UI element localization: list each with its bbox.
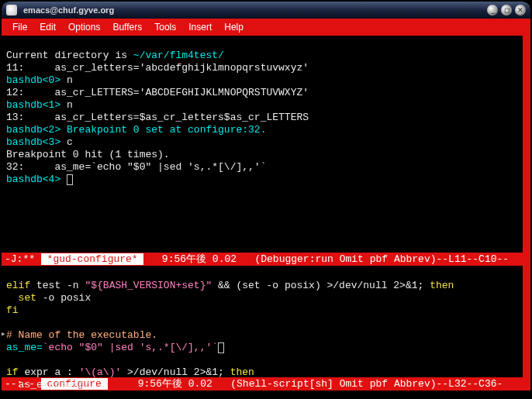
menu-file[interactable]: File <box>8 20 32 34</box>
comment: # Name of the executable. <box>6 329 157 341</box>
app-icon <box>6 5 17 15</box>
string: "${BASH_VERSION+set}" <box>85 280 212 291</box>
debugger-pane[interactable]: Current directory is ~/var/flm4test/ 11:… <box>2 36 530 253</box>
prompt: bashdb<0> <box>6 74 60 86</box>
titlebar: emacs@chuf.gyve.org ⎯ ◻ ✕ <box>2 2 530 19</box>
source-pane[interactable]: elif test -n "${BASH_VERSION+set}" && (s… <box>2 266 530 377</box>
menu-insert[interactable]: Insert <box>184 20 216 34</box>
text: >/dev/null 2>&1; <box>121 366 230 378</box>
prompt: bashdb<2> Breakpoint 0 set at configure:… <box>6 124 266 136</box>
prompt: bashdb<1> <box>6 99 60 111</box>
text: test -n <box>30 280 85 291</box>
var: as_me= <box>6 342 43 353</box>
input: n <box>60 99 73 111</box>
gutter-arrow-icon: ▶ <box>0 328 5 340</box>
prompt: bashdb<3> <box>6 136 60 148</box>
buffer-name: *gud-configure* <box>41 253 144 265</box>
string: `echo "$0" |sed 's,.*[\/],,'` <box>43 342 218 353</box>
text: 12: as_cr_LETTERS='ABCDEFGHIJKLMNOPQRSTU… <box>6 87 309 98</box>
maximize-button[interactable]: ◻ <box>501 5 512 15</box>
text: 32: as_me=`echo "$0" |sed 's,.*[\/],,'` <box>6 161 266 173</box>
text: 11: as_cr_letters='abcdefghijklmnopqrstu… <box>6 62 309 74</box>
menubar: File Edit Options Buffers Tools Insert H… <box>2 19 530 36</box>
text: as_expr=expr <box>6 379 91 390</box>
string: '\(a\)' <box>79 366 122 378</box>
menu-help[interactable]: Help <box>219 20 248 34</box>
text: Current directory is <box>6 50 133 61</box>
kw: elif <box>6 280 30 291</box>
minibuffer[interactable] <box>2 390 530 399</box>
text: 13: as_cr_Letters=$as_cr_letters$as_cr_L… <box>6 112 309 123</box>
menu-edit[interactable]: Edit <box>35 20 60 34</box>
cursor-icon <box>218 342 224 353</box>
input: c <box>60 136 73 148</box>
text: && (set -o posix) >/dev/null 2>&1; <box>212 280 430 291</box>
prompt: bashdb<4> <box>6 174 67 185</box>
text: expr a : <box>19 366 79 378</box>
menu-options[interactable]: Options <box>64 20 105 34</box>
text: Breakpoint 0 hit (1 times). <box>6 149 170 160</box>
kw: then <box>430 280 454 291</box>
minimize-button[interactable]: ⎯ <box>487 5 498 15</box>
close-button[interactable]: ✕ <box>515 5 526 15</box>
kw: fi <box>6 304 19 316</box>
modeline-info: 9:56午後 0.02 (Debugger:run Omit pbf Abbre… <box>143 253 509 265</box>
menu-buffers[interactable]: Buffers <box>108 20 147 34</box>
modeline-info: 9:56午後 0.02 (Shell-script[sh] Omit pbf A… <box>108 378 503 390</box>
input: n <box>60 74 73 86</box>
cursor-icon <box>67 174 73 185</box>
menu-tools[interactable]: Tools <box>150 20 181 34</box>
modeline-flags: -J:** <box>5 253 41 265</box>
modeline-debugger[interactable]: -J:** *gud-configure* 9:56午後 0.02 (Debug… <box>2 253 530 266</box>
window-title: emacs@chuf.gyve.org <box>23 5 484 15</box>
kw: set <box>6 292 36 304</box>
kw: if <box>6 366 19 378</box>
text: -o posix <box>36 292 91 304</box>
text-path: ~/var/flm4test/ <box>133 50 224 61</box>
kw: then <box>230 366 254 378</box>
